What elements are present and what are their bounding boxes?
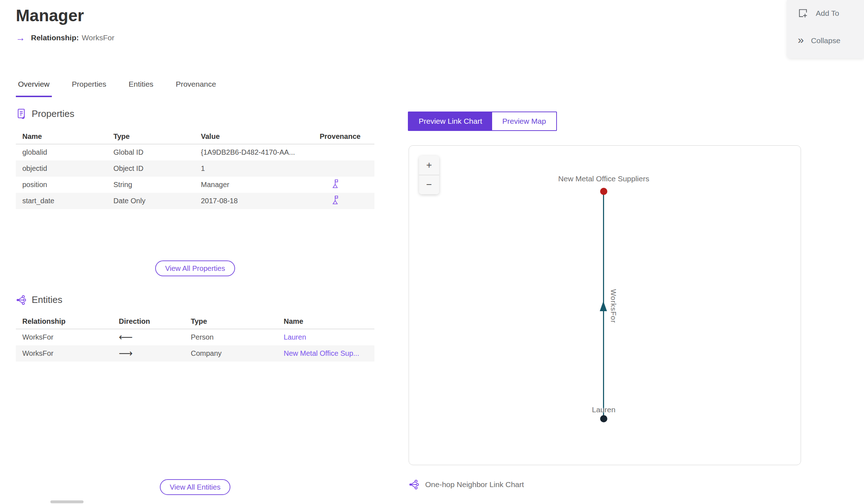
entity-relationship: WorksFor — [22, 333, 119, 341]
provenance-flag-icon[interactable] — [331, 195, 339, 205]
view-all-properties-button[interactable]: View All Properties — [155, 260, 235, 276]
entity-type: Company — [191, 349, 284, 358]
preview-map-button[interactable]: Preview Map — [492, 112, 556, 130]
properties-icon — [16, 108, 27, 119]
node-label-company: New Metal Office Suppliers — [558, 174, 649, 183]
prop-type: Global ID — [113, 148, 201, 156]
col-name: Name — [284, 317, 374, 326]
col-type: Type — [191, 317, 284, 326]
properties-table: Name Type Value Provenance globalid Glob… — [16, 129, 374, 209]
edge-label: WorksFor — [609, 289, 617, 323]
provenance-flag-icon[interactable] — [331, 179, 339, 189]
page-title: Manager — [16, 6, 84, 25]
tab-properties[interactable]: Properties — [70, 80, 109, 97]
entity-name-link[interactable]: New Metal Office Sup... — [284, 349, 374, 358]
entities-section-heading: Entities — [16, 294, 62, 305]
direction-left-arrow-icon: ⟵ — [119, 332, 191, 342]
relationship-value: WorksFor — [82, 33, 114, 42]
table-row: position String Manager — [16, 177, 374, 193]
col-type: Type — [113, 132, 201, 141]
prop-value: {1A9DB2B6-D482-4170-AA... — [201, 148, 320, 156]
entities-table: Relationship Direction Type Name WorksFo… — [16, 314, 374, 362]
tab-overview[interactable]: Overview — [16, 80, 52, 97]
edge-arrowhead-icon — [600, 301, 607, 311]
col-provenance: Provenance — [320, 132, 374, 141]
col-direction: Direction — [119, 317, 191, 326]
action-panel: Add To » Collapse — [787, 0, 864, 58]
col-value: Value — [201, 132, 320, 141]
prop-type: String — [113, 181, 201, 189]
node-label-person: Lauren — [592, 405, 615, 414]
col-name: Name — [22, 132, 113, 141]
tab-provenance[interactable]: Provenance — [174, 80, 218, 97]
relationship-detail-page: Manager → Relationship: WorksFor Add To … — [0, 0, 864, 504]
entity-type: Person — [191, 333, 284, 341]
one-hop-link-chart-icon — [409, 479, 419, 490]
relationship-subtitle: → Relationship: WorksFor — [16, 33, 114, 42]
tab-bar: Overview Properties Entities Provenance — [16, 80, 218, 97]
table-row: globalid Global ID {1A9DB2B6-D482-4170-A… — [16, 144, 374, 160]
relationship-label: Relationship: — [31, 33, 79, 42]
prop-name: globalid — [22, 148, 113, 156]
add-to-button[interactable]: Add To — [798, 8, 839, 19]
preview-link-chart-button[interactable]: Preview Link Chart — [409, 112, 492, 130]
entities-section-title: Entities — [32, 294, 62, 305]
preview-toggle: Preview Link Chart Preview Map — [408, 112, 557, 131]
collapse-icon: » — [798, 35, 804, 45]
properties-section-title: Properties — [32, 108, 75, 119]
prop-type: Date Only — [113, 197, 201, 205]
add-to-icon — [798, 8, 809, 19]
properties-table-header: Name Type Value Provenance — [16, 129, 374, 144]
table-row: WorksFor ⟶ Company New Metal Office Sup.… — [16, 345, 374, 362]
entities-table-header: Relationship Direction Type Name — [16, 314, 374, 329]
chart-caption-label: One-hop Neighbor Link Chart — [425, 480, 524, 489]
prop-name: objectid — [22, 164, 113, 173]
table-row: objectid Object ID 1 — [16, 160, 374, 177]
prop-type: Object ID — [113, 164, 201, 173]
prop-value: 1 — [201, 164, 320, 173]
zoom-out-button[interactable]: − — [419, 175, 439, 194]
entities-icon — [16, 295, 27, 305]
prop-value: 2017-08-18 — [201, 197, 320, 205]
collapse-button[interactable]: » Collapse — [798, 36, 840, 45]
table-row: WorksFor ⟵ Person Lauren — [16, 329, 374, 345]
add-to-label: Add To — [816, 9, 839, 18]
prop-value: Manager — [201, 181, 320, 189]
view-all-entities-button[interactable]: View All Entities — [160, 479, 231, 495]
zoom-control: + − — [419, 156, 439, 194]
entity-relationship: WorksFor — [22, 349, 119, 358]
horizontal-scrollbar[interactable] — [50, 500, 84, 503]
prop-name: position — [22, 181, 113, 189]
zoom-in-button[interactable]: + — [419, 156, 439, 175]
prop-name: start_date — [22, 197, 113, 205]
node-company[interactable] — [600, 188, 607, 195]
table-row: start_date Date Only 2017-08-18 — [16, 193, 374, 209]
chart-caption: One-hop Neighbor Link Chart — [409, 479, 524, 490]
properties-section-heading: Properties — [16, 108, 75, 119]
link-chart-canvas[interactable]: + − WorksFor New Metal Office Suppliers … — [409, 145, 801, 465]
tab-entities[interactable]: Entities — [126, 80, 156, 97]
direction-right-arrow-icon: ⟶ — [119, 349, 191, 358]
col-relationship: Relationship — [22, 317, 119, 326]
entity-name-link[interactable]: Lauren — [284, 333, 374, 341]
relationship-arrow-icon: → — [16, 33, 25, 42]
node-person[interactable] — [600, 415, 607, 422]
collapse-label: Collapse — [811, 36, 841, 45]
